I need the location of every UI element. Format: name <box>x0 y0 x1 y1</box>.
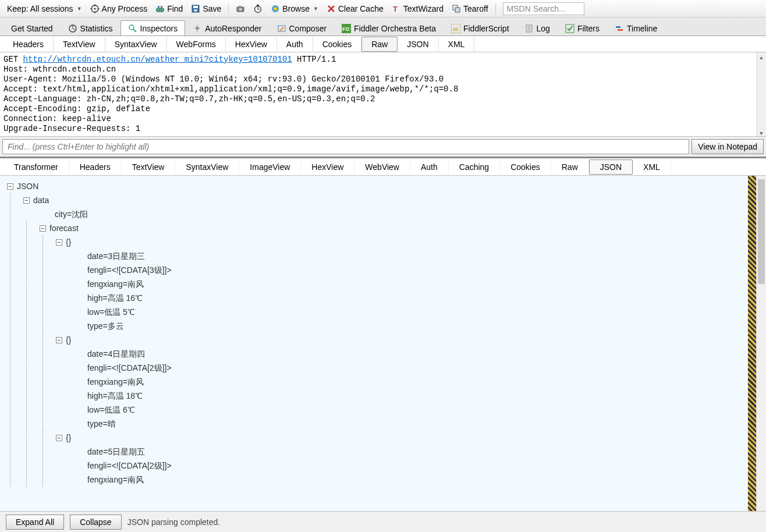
tearoff-button[interactable]: Tearoff <box>448 3 492 15</box>
json-tree-pane[interactable]: −JSON −data city=沈阳 −forecast −{} date=3… <box>0 176 766 511</box>
svg-point-27 <box>129 25 134 30</box>
collapse-button[interactable]: Collapse <box>70 515 121 530</box>
tree-leaf[interactable]: fengxiang=南风 <box>56 473 761 487</box>
req-tab-textview[interactable]: TextView <box>54 37 105 51</box>
tree-leaf[interactable]: low=低温 6℃ <box>56 403 761 417</box>
resp-tab-textview[interactable]: TextView <box>122 160 176 174</box>
camera-icon <box>236 4 245 13</box>
keep-dropdown[interactable]: Keep: All sessions▼ <box>3 3 86 15</box>
tree-leaf[interactable]: high=高温 16℃ <box>56 291 761 305</box>
scrollbar[interactable] <box>756 176 766 511</box>
resp-tab-hexview[interactable]: HexView <box>301 160 354 174</box>
bolt-icon <box>193 24 202 33</box>
resp-tab-cookies[interactable]: Cookies <box>500 160 551 174</box>
resp-tab-xml[interactable]: XML <box>633 160 671 174</box>
separator <box>495 3 496 14</box>
browse-button[interactable]: Browse▼ <box>267 3 322 15</box>
tree-leaf[interactable]: fengli=<![CDATA[3级]]> <box>56 263 761 277</box>
req-tab-hexview[interactable]: HexView <box>226 37 277 51</box>
svg-text:JS: JS <box>452 27 458 32</box>
http-method: GET <box>3 55 23 64</box>
tree-leaf[interactable]: high=高温 18℃ <box>56 389 761 403</box>
resp-tab-transformer[interactable]: Transformer <box>3 160 69 174</box>
resp-tab-headers[interactable]: Headers <box>69 160 122 174</box>
svg-rect-9 <box>161 6 162 9</box>
collapse-icon[interactable]: − <box>56 239 62 246</box>
clock-icon <box>253 4 263 13</box>
save-button[interactable]: Save <box>187 3 225 15</box>
tab-inspectors[interactable]: Inspectors <box>120 20 186 36</box>
tree-leaf[interactable]: date=3日星期三 <box>56 249 761 263</box>
separator <box>228 3 229 14</box>
collapse-icon[interactable]: − <box>7 183 13 190</box>
tree-leaf[interactable]: fengli=<![CDATA[2级]]> <box>56 459 761 473</box>
node-label: JSON <box>17 182 38 191</box>
tree-leaf[interactable]: fengli=<![CDATA[2级]]> <box>56 361 761 375</box>
tab-filters[interactable]: Filters <box>558 20 607 36</box>
node-label: forecast <box>49 224 79 233</box>
find-button[interactable]: Find <box>152 3 186 15</box>
tab-get-started[interactable]: Get Started <box>3 20 61 36</box>
tree-leaf[interactable]: date=5日星期五 <box>56 445 761 459</box>
tab-orchestra[interactable]: FO Fiddler Orchestra Beta <box>334 20 444 36</box>
screenshot-button[interactable] <box>232 3 249 15</box>
resp-tab-webview[interactable]: WebView <box>354 160 410 174</box>
view-in-notepad-button[interactable]: View in Notepad <box>691 139 764 154</box>
tab-statistics[interactable]: Statistics <box>61 20 120 36</box>
tree-leaf-city[interactable]: city=沈阳 <box>23 207 761 221</box>
resp-tab-syntaxview[interactable]: SyntaxView <box>175 160 239 174</box>
tree-leaf[interactable]: type=多云 <box>56 319 761 333</box>
tree-node-object[interactable]: −{} date=4日星期四 fengli=<![CDATA[2级]]> fen… <box>42 333 761 431</box>
tree-leaf[interactable]: low=低温 5℃ <box>56 305 761 319</box>
tree-node-object[interactable]: −{} date=3日星期三 fengli=<![CDATA[3级]]> fen… <box>42 235 761 333</box>
req-tab-syntaxview[interactable]: SyntaxView <box>105 37 167 51</box>
tab-composer[interactable]: Composer <box>269 20 335 36</box>
tree-node-forecast[interactable]: −forecast −{} date=3日星期三 fengli=<![CDATA… <box>26 221 761 487</box>
clear-cache-button[interactable]: Clear Cache <box>323 3 387 15</box>
req-tab-xml[interactable]: XML <box>439 37 475 51</box>
header-line: Connection: keep-alive <box>3 114 111 123</box>
collapse-icon[interactable]: − <box>23 197 30 204</box>
scrollbar[interactable]: ▲▼ <box>756 52 766 136</box>
req-tab-headers[interactable]: Headers <box>3 37 54 51</box>
msdn-search-input[interactable]: MSDN Search... <box>503 2 584 15</box>
main-toolbar: Keep: All sessions▼ Any Process Find Sav… <box>0 0 766 17</box>
timer-button[interactable] <box>250 3 266 15</box>
resp-tab-caching[interactable]: Caching <box>449 160 500 174</box>
find-input[interactable] <box>2 139 689 154</box>
req-tab-json[interactable]: JSON <box>398 37 438 51</box>
req-tab-webforms[interactable]: WebForms <box>167 37 226 51</box>
req-tab-raw[interactable]: Raw <box>361 37 398 52</box>
request-url-link[interactable]: http://wthrcdn.etouch.cn/weather_mini?ci… <box>23 55 292 64</box>
req-tab-cookies[interactable]: Cookies <box>313 37 362 51</box>
resp-tab-json[interactable]: JSON <box>589 159 633 175</box>
svg-rect-15 <box>239 6 241 8</box>
raw-request-pane[interactable]: GET http://wthrcdn.etouch.cn/weather_min… <box>0 52 766 137</box>
tab-timeline[interactable]: Timeline <box>607 20 665 36</box>
tree-leaf[interactable]: type=晴 <box>56 417 761 431</box>
tree-leaf[interactable]: fengxiang=南风 <box>56 375 761 389</box>
tab-autoresponder[interactable]: AutoResponder <box>185 20 269 36</box>
collapse-icon[interactable]: − <box>56 337 62 343</box>
tree-leaf[interactable]: fengxiang=南风 <box>56 277 761 291</box>
expand-all-button[interactable]: Expand All <box>6 515 64 530</box>
tree-root[interactable]: −JSON −data city=沈阳 −forecast −{} date=3… <box>5 179 761 487</box>
tree-leaf[interactable]: date=4日星期四 <box>56 347 761 361</box>
tab-log[interactable]: Log <box>517 20 558 36</box>
tree-node-data[interactable]: −data city=沈阳 −forecast −{} date=3日星期三 f… <box>10 193 761 487</box>
collapse-icon[interactable]: − <box>40 225 46 232</box>
resp-tab-auth[interactable]: Auth <box>410 160 449 174</box>
svg-text:T: T <box>393 5 398 13</box>
tree-node-object[interactable]: −{} date=5日星期五 fengli=<![CDATA[2级]]> fen… <box>42 431 761 487</box>
header-line: Accept-Language: zh-CN,zh;q=0.8,zh-TW;q=… <box>3 94 375 104</box>
any-process-button[interactable]: Any Process <box>87 3 151 15</box>
svg-rect-19 <box>257 5 259 6</box>
req-tab-auth[interactable]: Auth <box>277 37 313 51</box>
collapse-icon[interactable]: − <box>56 435 62 441</box>
resp-tab-raw[interactable]: Raw <box>551 160 589 174</box>
status-text: JSON parsing completed. <box>127 517 221 527</box>
resp-tab-imageview[interactable]: ImageView <box>239 160 301 174</box>
tab-fiddlerscript[interactable]: JS FiddlerScript <box>444 20 517 36</box>
text-wizard-button[interactable]: T TextWizard <box>388 3 447 15</box>
scroll-thumb[interactable] <box>758 179 765 284</box>
